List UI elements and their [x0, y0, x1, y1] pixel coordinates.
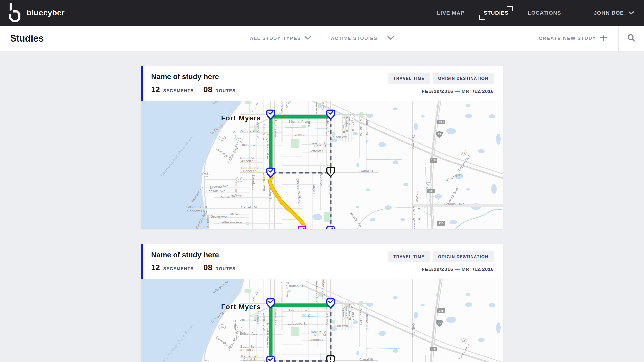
map-street-label: Evans Ave [274, 120, 278, 137]
map-street-label: Grove Ave [210, 215, 227, 218]
map-route-shield: 138 [437, 308, 445, 313]
map-route-shield: 41 [236, 327, 243, 332]
map-street-label: Delaware Ave [321, 101, 325, 111]
map-street-label: Shadow Ln [187, 209, 205, 213]
map-pond [489, 114, 495, 118]
svg-text:857: 857 [204, 173, 208, 176]
user-menu[interactable]: JOHN DOE [579, 10, 644, 16]
map-pond [466, 188, 470, 191]
study-tags: TRAVEL TIME ORIGIN DESTINATION [388, 251, 494, 262]
map-pond [393, 160, 398, 164]
map-street-label: Passaic Ave [206, 189, 226, 193]
map-street-label: Jeffcott St [309, 338, 325, 342]
study-status-filter[interactable]: ACTIVE STUDIES [321, 26, 404, 51]
map-park [466, 104, 470, 107]
user-name: JOHN DOE [594, 10, 624, 16]
map-route-shield: 136 [427, 189, 435, 193]
map-street-label: Palm Ave [286, 101, 289, 108]
study-status-filter-label: ACTIVE STUDIES [331, 36, 377, 41]
map-pond [421, 115, 425, 118]
tag-origin-destination: ORIGIN DESTINATION [433, 73, 494, 84]
map-route-shield: 138 [437, 120, 445, 124]
search-button[interactable] [618, 26, 644, 51]
map-street-label: Central Ave [262, 124, 266, 143]
toolbar-spacer [404, 26, 525, 51]
map-park [245, 101, 251, 104]
segments-count: 12 [151, 85, 160, 94]
routes-label: ROUTES [215, 88, 236, 93]
map-route-shield: 82 [349, 304, 355, 309]
map-pond [356, 206, 359, 208]
svg-text:138: 138 [439, 309, 444, 312]
svg-text:136: 136 [439, 222, 443, 225]
study-card-header: Name of study here 12 SEGEMENTS 08 ROUTE… [141, 66, 503, 101]
map-street-label: Ortiz Ave [415, 188, 419, 202]
map-street-label: Central Ave [262, 313, 266, 331]
main-nav: LIVE MAP STUDIES LOCATIONS [437, 10, 561, 16]
map-pond [489, 303, 495, 307]
map-park [245, 289, 251, 293]
map-pond [465, 114, 472, 118]
svg-text:82: 82 [351, 116, 354, 119]
map-street-label: Jeffcott St [309, 149, 325, 153]
brand[interactable]: bluecyber [0, 3, 65, 23]
map-pond [435, 194, 442, 199]
map-marker-check [327, 227, 334, 229]
study-map[interactable]: Fort MyersCaloosahatchee RiverEdwards Dr… [141, 101, 503, 229]
study-card-header: Name of study here 12 SEGEMENTS 08 ROUTE… [141, 244, 503, 279]
map-street-label: Jefferson Ave [220, 220, 242, 224]
map-street-label: Lincoln Blvd [289, 120, 308, 124]
chevron-down-icon [628, 10, 634, 16]
map-pond [353, 320, 358, 324]
map-pond [385, 205, 392, 210]
svg-text:41: 41 [238, 139, 241, 142]
study-stats: 12 SEGEMENTS 08 ROUTES [151, 263, 388, 272]
map-pond [393, 107, 398, 110]
study-card[interactable]: Name of study here 12 SEGEMENTS 08 ROUTE… [141, 244, 503, 362]
map-pond [393, 296, 398, 299]
map-street-label: Canal St [243, 358, 256, 361]
study-map[interactable]: Fort MyersCaloosahatchee RiverEdwards Dr… [141, 279, 503, 362]
create-new-study-label: CREATE NEW STUDY [539, 36, 596, 41]
routes-count: 08 [204, 85, 212, 94]
map-street-label: Evans Ave [274, 309, 278, 326]
study-type-filter[interactable]: ALL STUDY TYPES [240, 26, 321, 51]
map-street-label: Cranford Ave [280, 101, 284, 114]
study-date-range: FEB/29/2016 — MRT/12/2016 [422, 89, 494, 94]
study-title: Name of study here [151, 73, 388, 81]
svg-text:93: 93 [427, 184, 430, 187]
study-map-preview[interactable]: Fort MyersCaloosahatchee RiverEdwards Dr… [141, 101, 503, 229]
segments-label: SEGEMENTS [163, 266, 194, 271]
map-street-label: Rogers St [206, 214, 210, 229]
map-pond [331, 327, 337, 331]
map-pond [353, 132, 358, 135]
map-street-label: Canal St [359, 169, 373, 173]
map-street-label: Indian St [289, 284, 303, 288]
nav-studies[interactable]: STUDIES [484, 10, 508, 16]
map-street-label: Lafayette St [288, 133, 307, 137]
map-street-label: Flint Dr [351, 308, 355, 320]
map-street-label: Rockfill Rd [359, 119, 363, 136]
svg-text:138: 138 [439, 120, 444, 124]
map-street-label: Jeffcott St [239, 159, 255, 163]
card-accent-bar [141, 66, 143, 101]
map-pond [478, 149, 485, 153]
study-card[interactable]: Name of study here 12 SEGEMENTS 08 ROUTE… [141, 66, 503, 229]
map-street-label: Nelson St [234, 182, 238, 197]
segments-label: SEGEMENTS [163, 88, 194, 93]
nav-live-map[interactable]: LIVE MAP [437, 10, 465, 16]
nav-locations[interactable]: LOCATIONS [528, 10, 561, 16]
study-map-preview[interactable]: Fort MyersCaloosahatchee RiverEdwards Dr… [141, 279, 503, 362]
map-route-shield: 41 [236, 138, 243, 143]
map-street-label: Edison Ave [240, 143, 257, 147]
map-pond [331, 138, 337, 142]
map-pond [378, 142, 386, 147]
map-pond [491, 184, 497, 194]
brand-name: bluecyber [27, 8, 65, 17]
svg-text:138: 138 [431, 347, 436, 350]
map-street-label: Work Dr [320, 173, 324, 186]
map-street-label: Dani Dr [417, 208, 421, 220]
map-pond [449, 220, 457, 224]
create-new-study-button[interactable]: CREATE NEW STUDY [525, 26, 618, 51]
map-street-label: Central Ave [262, 173, 266, 191]
